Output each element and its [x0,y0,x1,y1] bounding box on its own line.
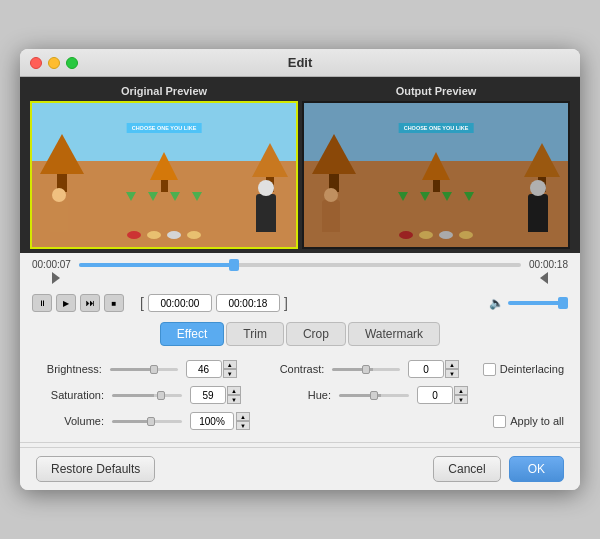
timeline-end-time: 00:00:18 [529,259,568,270]
original-preview-box: Original Preview [30,85,298,249]
maximize-button[interactable] [66,57,78,69]
brightness-up[interactable]: ▲ [223,360,237,369]
contrast-input[interactable] [408,360,444,378]
tab-crop[interactable]: Crop [286,322,346,346]
minimize-button[interactable] [48,57,60,69]
tab-effect[interactable]: Effect [160,322,224,346]
time-range: [ ] [140,294,288,312]
saturation-input[interactable] [190,386,226,404]
bracket-close: ] [284,295,288,311]
stop-button[interactable]: ■ [104,294,124,312]
preview-area: Original Preview [20,77,580,253]
deinterlacing-text: Deinterlacing [500,363,564,375]
contrast-spinner: ▲ ▼ [408,360,459,378]
banner-text: CHOOSE ONE YOU LIKE [127,123,202,133]
settings-area: Brightness: ▲ ▼ Contrast: ▲ ▼ [20,352,580,442]
volume-down[interactable]: ▼ [236,421,250,430]
brightness-label: Brightness: [36,363,102,375]
range-end-input[interactable] [216,294,280,312]
apply-to-all-checkbox[interactable] [493,415,506,428]
deinterlacing-checkbox[interactable] [483,363,496,376]
range-start-input[interactable] [148,294,212,312]
divider [20,442,580,443]
saturation-spinner: ▲ ▼ [190,386,241,404]
brightness-down[interactable]: ▼ [223,369,237,378]
hue-input[interactable] [417,386,453,404]
titlebar: Edit [20,49,580,77]
contrast-up[interactable]: ▲ [445,360,459,369]
controls-row: ⏸ ▶ ⏭ ■ [ ] 🔈 [20,288,580,318]
output-preview-label: Output Preview [302,85,570,97]
original-preview-frame: CHOOSE ONE YOU LIKE [30,101,298,249]
saturation-slider[interactable] [112,394,182,397]
volume-row: Volume: ▲ ▼ Apply to all [36,412,564,430]
volume-effect-slider[interactable] [112,420,182,423]
brightness-slider[interactable] [110,368,178,371]
tab-watermark[interactable]: Watermark [348,322,440,346]
transport-buttons: ⏸ ▶ ⏭ ■ [32,294,124,312]
volume-icon: 🔈 [489,296,504,310]
tab-trim[interactable]: Trim [226,322,284,346]
close-button[interactable] [30,57,42,69]
timeline-area: 00:00:07 00:00:18 [20,253,580,288]
saturation-row: Saturation: ▲ ▼ Hue: ▲ ▼ [36,386,564,404]
contrast-down[interactable]: ▼ [445,369,459,378]
contrast-arrows: ▲ ▼ [445,360,459,378]
volume-area: 🔈 [489,296,568,310]
volume-up[interactable]: ▲ [236,412,250,421]
brightness-arrows: ▲ ▼ [223,360,237,378]
volume-arrows: ▲ ▼ [236,412,250,430]
apply-to-all-label: Apply to all [493,415,564,428]
window-title: Edit [288,55,313,70]
cancel-button[interactable]: Cancel [433,456,500,482]
next-button[interactable]: ⏭ [80,294,100,312]
traffic-lights [30,57,78,69]
output-preview-box: Output Preview [302,85,570,249]
brightness-spinner: ▲ ▼ [186,360,237,378]
timeline-bar-container: 00:00:07 00:00:18 [32,259,568,270]
restore-defaults-button[interactable]: Restore Defaults [36,456,155,482]
timeline-start-time: 00:00:07 [32,259,71,270]
timeline-track[interactable] [79,263,521,267]
hue-slider[interactable] [339,394,409,397]
saturation-down[interactable]: ▼ [227,395,241,404]
ok-button[interactable]: OK [509,456,564,482]
trim-right-arrow[interactable] [540,272,548,284]
tabs-row: Effect Trim Crop Watermark [20,318,580,352]
brightness-row: Brightness: ▲ ▼ Contrast: ▲ ▼ [36,360,564,378]
edit-dialog: Edit Original Preview [20,49,580,490]
contrast-slider[interactable] [332,368,400,371]
volume-label: Volume: [36,415,104,427]
timeline-fill [79,263,234,267]
output-banner-text: CHOOSE ONE YOU LIKE [399,123,474,133]
original-preview-label: Original Preview [30,85,298,97]
contrast-label: Contrast: [268,363,324,375]
hue-arrows: ▲ ▼ [454,386,468,404]
hue-label: Hue: [273,389,331,401]
play-button[interactable]: ▶ [56,294,76,312]
saturation-up[interactable]: ▲ [227,386,241,395]
hue-up[interactable]: ▲ [454,386,468,395]
bottom-bar: Restore Defaults Cancel OK [20,447,580,490]
hue-down[interactable]: ▼ [454,395,468,404]
output-preview-frame: CHOOSE ONE YOU LIKE [302,101,570,249]
volume-input[interactable] [190,412,234,430]
bracket-open: [ [140,295,144,311]
volume-thumb[interactable] [558,297,568,309]
apply-to-all-text: Apply to all [510,415,564,427]
timeline-thumb[interactable] [229,259,239,271]
saturation-label: Saturation: [36,389,104,401]
hue-spinner: ▲ ▼ [417,386,468,404]
volume-slider[interactable] [508,301,568,305]
brightness-input[interactable] [186,360,222,378]
trim-left-arrow[interactable] [52,272,60,284]
action-buttons: Cancel OK [433,456,564,482]
trim-arrows [32,272,568,284]
pause-button[interactable]: ⏸ [32,294,52,312]
deinterlacing-label: Deinterlacing [483,363,564,376]
saturation-arrows: ▲ ▼ [227,386,241,404]
